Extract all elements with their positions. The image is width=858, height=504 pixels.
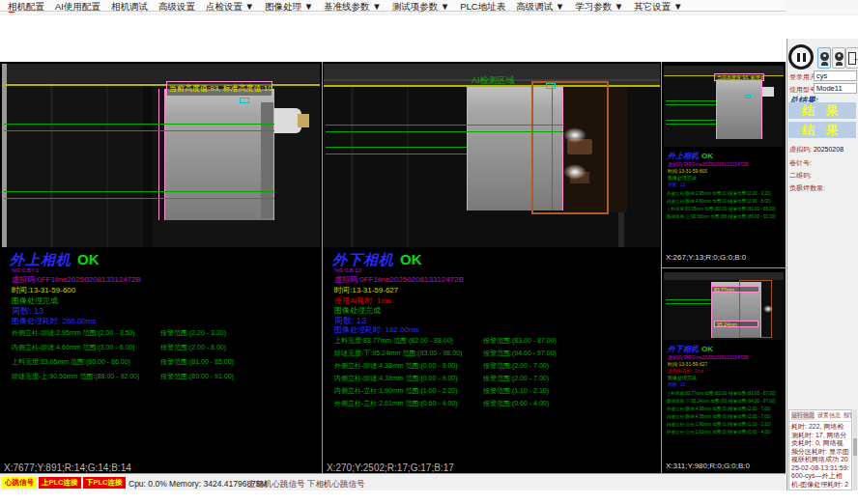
measure-line-green — [666, 104, 716, 105]
user-icon — [821, 62, 828, 66]
scrollbar-thumb[interactable] — [853, 438, 857, 456]
logout-button[interactable]: → — [845, 47, 858, 69]
toolbar: 相机配置AI使用配置相机调试高级设置点检设置 ▼图像处理 ▼基准线参数 ▼测试项… — [0, 0, 786, 12]
alarm-range-text: 报警范围:(1.10 - 2.10) — [729, 422, 771, 430]
measure-text: 上料宽度:83.05mm 范围:(80.00 - 86.00) — [12, 357, 160, 372]
alarm-range-text: 报警范围:(2.00 - 8.00) — [160, 343, 226, 357]
toolbar-button[interactable]: 高级设置 — [158, 1, 195, 14]
measurement-row: 内侧立柱-隙缝:4.38mm 范围:(0.00 - 9.00) 报警范围:(2.… — [667, 414, 783, 422]
pixel-coordinate-readout: X:7677;Y:891;R:14;G:14;B:14 — [4, 462, 131, 473]
camera-image-upper[interactable]: 当前高度值:93, 标准高度值:100 — [2, 64, 320, 247]
measure-text: 隙缝宽度-下:95.24mm 范围:(93.00 - 98.00) — [667, 399, 729, 406]
pause-button[interactable] — [788, 44, 814, 70]
time-line: 时间:13-31-59-627 — [334, 285, 398, 295]
cycle-line: 周数: 13 — [668, 182, 685, 187]
statusbar: 心跳信号 上PLC连接 下PLC连接 Cpu: 0.0% Memory: 342… — [0, 473, 786, 490]
login-user-field[interactable]: cys — [814, 70, 857, 81]
measurement-row: 内侧立柱-隙缝:4.60mm 范围:(3.00 - 6.00) 报警范围:(2.… — [667, 199, 783, 207]
toolbar-button[interactable]: 学习参数 ▼ — [575, 1, 623, 14]
result-status-box: 结 果 — [788, 122, 856, 138]
camera-image-small-lower[interactable]: 83.77mm 95.24mm — [664, 272, 784, 340]
supervisor-button[interactable] — [832, 47, 845, 69]
barcode-label: 虚拟码: 20250208 — [789, 145, 844, 154]
measure-line-green — [552, 87, 553, 210]
measurement-row: 内侧立柱-隙缝:4.38mm 范围:(0.00 - 9.00) 报警范围:(2.… — [334, 374, 658, 386]
time-line: 时间:13-31-59-600 — [668, 168, 707, 174]
info-tab[interactable]: 设置信息 — [817, 411, 841, 420]
pixel-coordinate-readout: X:267;Y:13;R:0;G:0;B:0 — [666, 253, 746, 262]
barcode-value: 20250208 — [814, 146, 844, 153]
user-login-button[interactable] — [817, 47, 831, 69]
measurement-row: 外侧立柱-隙缝:2.95mm 范围:(2.00 - 3.50) 报警范围:(2.… — [12, 328, 319, 343]
measure-text: 内侧立柱-隙缝:4.38mm 范围:(0.00 - 9.00) — [334, 374, 483, 386]
measure-text: 内侧立柱-隙缝:4.38mm 范围:(0.00 - 9.00) — [667, 414, 729, 422]
alarm-range-text: 报警范围:(94.00 - 97.00) — [729, 399, 776, 406]
measure-text: 外侧立柱-隙缝:2.95mm 范围:(2.00 - 3.50) — [667, 191, 729, 199]
barcode-line: 虚拟码:0FF1line2025020813312472B — [668, 354, 749, 360]
info-tab[interactable]: 运行信息 — [791, 411, 815, 420]
toolbar-button[interactable]: 相机配置 — [8, 1, 44, 14]
camera-panel-lower: AI检测区域 外下相机OK NG:0,B:10 虚拟码:0FF1line2025… — [323, 62, 661, 473]
alarm-range-text: 报警范围:(94.00 - 97.00) — [483, 349, 557, 361]
camera-panel-small-lower: 83.77mm 95.24mm 外下相机OK 虚拟码:0FF1line20250… — [662, 268, 786, 473]
measurement-row: 内侧立柱-立柱:1.90mm 范围:(1.00 - 2.20) 报警范围:(1.… — [667, 422, 783, 430]
needle-label: 卷针号: — [789, 158, 812, 168]
offset-marker — [546, 83, 556, 89]
info-log-box: 运行信息设置信息报警信息 耗时: 222, 网络检测耗时: 17, 网络分类耗时… — [788, 409, 852, 490]
toolbar-button[interactable]: AI使用配置 — [55, 1, 100, 14]
measure-text: 外侧立柱-立柱:2.61mm 范围:(0.60 - 4.00) — [667, 430, 729, 437]
result-status-box: 结 果 — [788, 102, 856, 119]
measurement-row: 隙缝宽度-下:95.24mm 范围:(93.00 - 98.00) 报警范围:(… — [334, 349, 658, 361]
supervisor-icon — [838, 54, 841, 57]
qrcode-label: 二维码: — [789, 171, 812, 181]
control-panel: → 登录用户: cys 使用型号: Mode11 总结果: 结 果结 果 虚拟码… — [786, 39, 858, 490]
alarm-range-text: 报警范围:(81.00 - 85.00) — [160, 357, 234, 372]
ai-roi-rect-orange — [531, 81, 609, 214]
measure-text: 外侧立柱-隙缝:2.95mm 范围:(2.00 - 3.50) — [12, 328, 160, 343]
alarm-range-text: 报警范围:(2.00 - 7.00) — [729, 414, 771, 422]
camera-name: 外上相机 — [668, 152, 699, 160]
info-scrollbar[interactable] — [853, 409, 857, 490]
toolbar-button[interactable]: 高级调试 ▼ — [516, 1, 564, 14]
measure-line-green — [326, 125, 563, 126]
measurement-row: 外侧立柱-立柱:2.61mm 范围:(0.60 - 4.00) 报警范围:(0.… — [334, 399, 658, 411]
toolbar-button[interactable]: 其它设置 ▼ — [634, 1, 682, 14]
connector-tip — [298, 114, 309, 127]
measure-text: 内侧立柱-隙缝:4.60mm 范围:(3.00 - 6.00) — [667, 199, 729, 207]
measurement-row: 上料宽度:83.05mm 范围:(80.00 - 86.00) 报警范围:(81… — [12, 357, 319, 372]
weld-count-label: 负极焊数量: — [789, 183, 825, 193]
product-shade — [261, 102, 273, 218]
measurement-row: 隙缝宽度-下:95.24mm 范围:(93.00 - 98.00) 报警范围:(… — [667, 399, 783, 406]
toolbar-button[interactable]: 图像处理 ▼ — [265, 1, 313, 14]
camera-result-title: 外下相机OK — [668, 344, 713, 354]
measurement-row: 上料宽度:83.05mm 范围:(80.00 - 86.00) 报警范围:(81… — [667, 207, 783, 214]
time-line: 时间:13-31-59-627 — [668, 361, 707, 367]
toolbar-button[interactable]: PLC地址表 — [460, 1, 505, 14]
info-log-text: 耗时: 222, 网络检测耗时: 17, 网络分类耗时: 0, 网络视频分区耗时… — [789, 422, 851, 490]
plc-upper-badge: 上PLC连接 — [39, 477, 81, 489]
offset-marker — [745, 95, 751, 98]
measure-line-green — [666, 299, 711, 300]
pause-icon — [797, 53, 800, 62]
toolbar-button[interactable]: 基准线参数 ▼ — [324, 1, 382, 14]
measurement-list: 外侧立柱-隙缝:2.95mm 范围:(2.00 - 3.50) 报警范围:(2.… — [12, 328, 319, 386]
model-field[interactable]: Mode11 — [814, 83, 857, 94]
camera-name: 外下相机 — [332, 251, 394, 267]
camera-image-lower[interactable]: AI检测区域 — [324, 64, 660, 247]
measure-text: 上料宽度:83.05mm 范围:(80.00 - 86.00) — [667, 207, 729, 214]
machine-top-band — [7, 64, 320, 83]
info-tab[interactable]: 报警信息 — [844, 411, 852, 420]
toolbar-button[interactable]: 相机调试 — [111, 1, 148, 14]
camera-image-small-upper[interactable]: 当前高度值:93, 标准高度值:100 — [664, 66, 784, 147]
toolbar-button[interactable]: 测试项参数 ▼ — [392, 1, 450, 14]
measure-text: 隙缝宽度-上:90.56mm 范围:(88.00 - 92.00) — [12, 372, 160, 386]
camera-result-title: 外上相机OK — [668, 151, 713, 161]
panel-divider — [662, 267, 786, 268]
alarm-range-text: 报警范围:(2.20 - 3.20) — [729, 191, 771, 199]
logout-arrow-icon: → — [851, 54, 858, 63]
toolbar-button[interactable]: 点检设置 ▼ — [206, 1, 254, 14]
measure-line-green — [4, 130, 274, 131]
measurement-row: 隙缝宽度-上:90.56mm 范围:(88.00 - 92.00) 报警范围:(… — [12, 372, 319, 386]
measure-line-green — [4, 191, 274, 192]
heartbeat-badge: 心跳信号 — [2, 477, 37, 489]
